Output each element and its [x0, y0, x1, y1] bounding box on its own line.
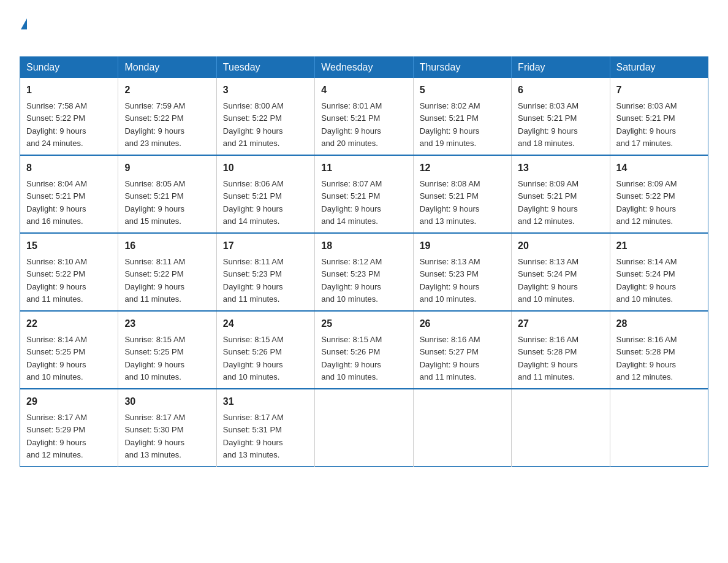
day-info: Sunrise: 8:17 AMSunset: 5:29 PMDaylight:…: [26, 413, 87, 459]
day-number: 30: [124, 394, 210, 409]
day-number: 6: [518, 83, 603, 98]
day-number: 22: [26, 316, 112, 331]
day-number: 20: [518, 239, 603, 253]
day-info: Sunrise: 8:13 AMSunset: 5:24 PMDaylight:…: [518, 257, 578, 304]
calendar-cell: 14 Sunrise: 8:09 AMSunset: 5:22 PMDaylig…: [610, 155, 708, 233]
calendar-cell: 4 Sunrise: 8:01 AMSunset: 5:21 PMDayligh…: [315, 78, 413, 155]
calendar-cell: 21 Sunrise: 8:14 AMSunset: 5:24 PMDaylig…: [610, 233, 708, 311]
calendar-cell: 24 Sunrise: 8:15 AMSunset: 5:26 PMDaylig…: [216, 311, 314, 389]
day-number: 25: [321, 316, 406, 331]
calendar-cell: [512, 389, 610, 467]
calendar-cell: 5 Sunrise: 8:02 AMSunset: 5:21 PMDayligh…: [413, 78, 511, 155]
day-number: 18: [321, 239, 406, 253]
logo: [20, 17, 27, 45]
calendar-cell: 6 Sunrise: 8:03 AMSunset: 5:21 PMDayligh…: [512, 78, 610, 155]
day-info: Sunrise: 8:11 AMSunset: 5:22 PMDaylight:…: [124, 257, 185, 304]
day-number: 21: [616, 239, 702, 253]
calendar-cell: 20 Sunrise: 8:13 AMSunset: 5:24 PMDaylig…: [512, 233, 610, 311]
day-number: 5: [420, 83, 505, 98]
day-header-sunday: Sunday: [20, 57, 118, 79]
day-info: Sunrise: 8:05 AMSunset: 5:21 PMDaylight:…: [124, 179, 185, 226]
day-number: 17: [223, 239, 308, 253]
day-info: Sunrise: 8:00 AMSunset: 5:22 PMDaylight:…: [223, 101, 284, 148]
day-info: Sunrise: 8:10 AMSunset: 5:22 PMDaylight:…: [26, 257, 87, 304]
day-info: Sunrise: 8:16 AMSunset: 5:28 PMDaylight:…: [518, 335, 578, 381]
calendar-cell: 17 Sunrise: 8:11 AMSunset: 5:23 PMDaylig…: [216, 233, 314, 311]
day-header-row: SundayMondayTuesdayWednesdayThursdayFrid…: [20, 57, 708, 79]
calendar-cell: 11 Sunrise: 8:07 AMSunset: 5:21 PMDaylig…: [315, 155, 413, 233]
day-info: Sunrise: 8:03 AMSunset: 5:21 PMDaylight:…: [518, 101, 578, 148]
day-info: Sunrise: 8:09 AMSunset: 5:21 PMDaylight:…: [518, 179, 578, 226]
calendar-cell: 27 Sunrise: 8:16 AMSunset: 5:28 PMDaylig…: [512, 311, 610, 389]
day-info: Sunrise: 8:03 AMSunset: 5:21 PMDaylight:…: [616, 101, 677, 148]
calendar-cell: 8 Sunrise: 8:04 AMSunset: 5:21 PMDayligh…: [20, 155, 118, 233]
day-number: 15: [26, 239, 112, 253]
day-info: Sunrise: 8:01 AMSunset: 5:21 PMDaylight:…: [321, 101, 382, 148]
day-header-friday: Friday: [512, 57, 610, 79]
calendar-cell: 23 Sunrise: 8:15 AMSunset: 5:25 PMDaylig…: [118, 311, 216, 389]
day-header-saturday: Saturday: [610, 57, 708, 79]
day-info: Sunrise: 8:02 AMSunset: 5:21 PMDaylight:…: [420, 101, 480, 148]
day-info: Sunrise: 8:16 AMSunset: 5:27 PMDaylight:…: [420, 335, 480, 381]
calendar-cell: 29 Sunrise: 8:17 AMSunset: 5:29 PMDaylig…: [20, 389, 118, 467]
calendar-cell: 2 Sunrise: 7:59 AMSunset: 5:22 PMDayligh…: [118, 78, 216, 155]
day-info: Sunrise: 8:06 AMSunset: 5:21 PMDaylight:…: [223, 179, 284, 226]
calendar-cell: 7 Sunrise: 8:03 AMSunset: 5:21 PMDayligh…: [610, 78, 708, 155]
calendar-cell: 10 Sunrise: 8:06 AMSunset: 5:21 PMDaylig…: [216, 155, 314, 233]
day-info: Sunrise: 8:12 AMSunset: 5:23 PMDaylight:…: [321, 257, 382, 304]
day-number: 11: [321, 161, 406, 175]
day-info: Sunrise: 8:11 AMSunset: 5:23 PMDaylight:…: [223, 257, 284, 304]
day-number: 13: [518, 161, 603, 175]
day-info: Sunrise: 8:14 AMSunset: 5:25 PMDaylight:…: [26, 335, 87, 381]
calendar-cell: 12 Sunrise: 8:08 AMSunset: 5:21 PMDaylig…: [413, 155, 511, 233]
day-number: 23: [124, 316, 210, 331]
day-number: 10: [223, 161, 308, 175]
week-row-2: 8 Sunrise: 8:04 AMSunset: 5:21 PMDayligh…: [20, 155, 708, 233]
day-info: Sunrise: 8:15 AMSunset: 5:25 PMDaylight:…: [124, 335, 185, 381]
day-number: 9: [124, 161, 210, 175]
day-header-thursday: Thursday: [413, 57, 511, 79]
day-number: 29: [26, 394, 112, 409]
day-info: Sunrise: 8:14 AMSunset: 5:24 PMDaylight:…: [616, 257, 677, 304]
day-info: Sunrise: 7:59 AMSunset: 5:22 PMDaylight:…: [124, 101, 185, 148]
day-info: Sunrise: 8:17 AMSunset: 5:31 PMDaylight:…: [223, 413, 284, 459]
calendar-cell: 18 Sunrise: 8:12 AMSunset: 5:23 PMDaylig…: [315, 233, 413, 311]
day-info: Sunrise: 8:17 AMSunset: 5:30 PMDaylight:…: [124, 413, 185, 459]
day-info: Sunrise: 7:58 AMSunset: 5:22 PMDaylight:…: [26, 101, 87, 148]
day-number: 7: [616, 83, 702, 98]
day-number: 12: [420, 161, 505, 175]
calendar-cell: [610, 389, 708, 467]
day-number: 28: [616, 316, 702, 331]
logo-triangle-icon: [21, 18, 27, 29]
week-row-4: 22 Sunrise: 8:14 AMSunset: 5:25 PMDaylig…: [20, 311, 708, 389]
day-header-wednesday: Wednesday: [315, 57, 413, 79]
week-row-3: 15 Sunrise: 8:10 AMSunset: 5:22 PMDaylig…: [20, 233, 708, 311]
day-number: 3: [223, 83, 308, 98]
day-header-monday: Monday: [118, 57, 216, 79]
day-info: Sunrise: 8:04 AMSunset: 5:21 PMDaylight:…: [26, 179, 87, 226]
calendar-cell: 26 Sunrise: 8:16 AMSunset: 5:27 PMDaylig…: [413, 311, 511, 389]
day-info: Sunrise: 8:16 AMSunset: 5:28 PMDaylight:…: [616, 335, 677, 381]
calendar-cell: [413, 389, 511, 467]
calendar-cell: 25 Sunrise: 8:15 AMSunset: 5:26 PMDaylig…: [315, 311, 413, 389]
calendar-cell: 15 Sunrise: 8:10 AMSunset: 5:22 PMDaylig…: [20, 233, 118, 311]
page-header: [20, 15, 708, 45]
week-row-1: 1 Sunrise: 7:58 AMSunset: 5:22 PMDayligh…: [20, 78, 708, 155]
day-info: Sunrise: 8:07 AMSunset: 5:21 PMDaylight:…: [321, 179, 382, 226]
day-number: 1: [26, 83, 112, 98]
calendar-cell: [315, 389, 413, 467]
calendar-cell: 3 Sunrise: 8:00 AMSunset: 5:22 PMDayligh…: [216, 78, 314, 155]
day-number: 24: [223, 316, 308, 331]
calendar-cell: 1 Sunrise: 7:58 AMSunset: 5:22 PMDayligh…: [20, 78, 118, 155]
day-number: 4: [321, 83, 406, 98]
calendar-cell: 9 Sunrise: 8:05 AMSunset: 5:21 PMDayligh…: [118, 155, 216, 233]
day-info: Sunrise: 8:15 AMSunset: 5:26 PMDaylight:…: [223, 335, 284, 381]
calendar-cell: 19 Sunrise: 8:13 AMSunset: 5:23 PMDaylig…: [413, 233, 511, 311]
day-info: Sunrise: 8:08 AMSunset: 5:21 PMDaylight:…: [420, 179, 480, 226]
calendar-cell: 31 Sunrise: 8:17 AMSunset: 5:31 PMDaylig…: [216, 389, 314, 467]
day-number: 2: [124, 83, 210, 98]
day-number: 26: [420, 316, 505, 331]
day-number: 14: [616, 161, 702, 175]
day-number: 16: [124, 239, 210, 253]
day-number: 31: [223, 394, 308, 409]
